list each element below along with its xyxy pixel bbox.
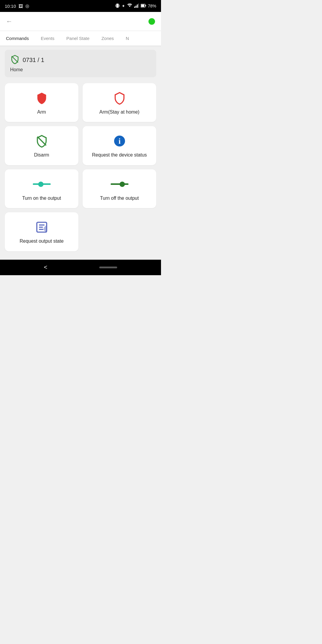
bottom-nav: < xyxy=(0,260,161,275)
turn-on-icon xyxy=(31,178,52,191)
nav-home-pill[interactable] xyxy=(99,267,117,268)
output-state-button[interactable]: Request output state xyxy=(5,212,78,251)
time-display: 10:10 xyxy=(5,4,16,9)
tab-events[interactable]: Events xyxy=(35,31,61,46)
panel-header: 0731 / 1 Home xyxy=(5,50,156,77)
panel-shield-icon xyxy=(10,55,20,65)
device-status-label: Request the device status xyxy=(92,152,147,158)
arm-stay-label: Arm(Stay at home) xyxy=(99,109,139,115)
online-indicator xyxy=(148,18,155,25)
svg-text:i: i xyxy=(118,137,120,146)
panel-name: Home xyxy=(10,67,151,72)
output-state-label: Request output state xyxy=(20,238,64,244)
disarm-label: Disarm xyxy=(34,152,49,158)
device-status-icon: i xyxy=(113,134,126,148)
tab-commands[interactable]: Commands xyxy=(0,31,35,46)
turn-on-label: Turn on the output xyxy=(22,195,61,202)
turn-on-button[interactable]: Turn on the output xyxy=(5,169,78,208)
tab-bar: Commands Events Panel State Zones N xyxy=(0,31,161,46)
screenshot-icon: 🖼 xyxy=(18,4,23,9)
status-bar: 10:10 🖼 ◎ ✦ xyxy=(0,0,161,12)
back-button[interactable]: ← xyxy=(6,18,13,25)
status-bar-left: 10:10 🖼 ◎ xyxy=(5,3,29,9)
svg-rect-9 xyxy=(145,5,146,6)
svg-rect-3 xyxy=(134,7,135,8)
tab-panel-state[interactable]: Panel State xyxy=(61,31,96,46)
turn-off-label: Turn off the output xyxy=(100,195,139,202)
tab-more[interactable]: N xyxy=(120,31,135,46)
svg-rect-5 xyxy=(137,4,138,8)
nav-back-button[interactable]: < xyxy=(44,264,47,271)
wifi-icon xyxy=(127,4,132,9)
svg-rect-4 xyxy=(135,6,136,8)
tab-zones[interactable]: Zones xyxy=(95,31,120,46)
disarm-icon xyxy=(35,134,48,148)
turn-off-icon xyxy=(109,178,130,191)
output-state-icon xyxy=(35,221,48,234)
svg-rect-8 xyxy=(141,4,144,7)
disarm-button[interactable]: Disarm xyxy=(5,126,78,165)
signal-strength-icon xyxy=(134,4,139,9)
panel-header-top: 0731 / 1 xyxy=(10,55,151,65)
arm-label: Arm xyxy=(37,109,46,115)
arm-stay-icon xyxy=(113,92,126,105)
arm-icon xyxy=(35,92,48,105)
svg-rect-2 xyxy=(119,4,120,7)
panel-id: 0731 / 1 xyxy=(23,57,44,64)
svg-rect-6 xyxy=(138,4,139,8)
battery-icon xyxy=(141,4,146,9)
arm-stay-button[interactable]: Arm(Stay at home) xyxy=(83,83,156,122)
commands-grid: Arm Arm(Stay at home) Disarm i Request t… xyxy=(0,81,161,256)
battery-percent: 78% xyxy=(148,4,156,8)
device-status-button[interactable]: i Request the device status xyxy=(83,126,156,165)
sparkle-icon: ✦ xyxy=(122,4,125,8)
vibrate-icon xyxy=(115,3,120,9)
signal-icon: ◎ xyxy=(25,3,29,9)
svg-rect-1 xyxy=(115,4,116,7)
turn-off-button[interactable]: Turn off the output xyxy=(83,169,156,208)
arm-button[interactable]: Arm xyxy=(5,83,78,122)
svg-rect-0 xyxy=(116,4,119,8)
top-nav: ← xyxy=(0,12,161,31)
status-bar-right: ✦ 78% xyxy=(115,3,156,9)
